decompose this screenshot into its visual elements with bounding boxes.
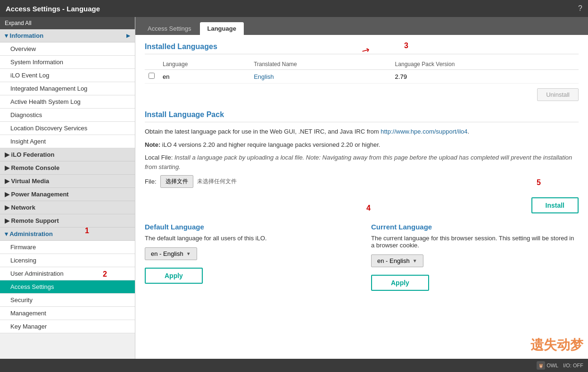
- current-language-desc: The current language for this browser se…: [371, 235, 579, 249]
- sidebar: Expand All ▾ Information ▶ Overview Syst…: [0, 17, 135, 359]
- lang-settings-row: Default Language The default language fo…: [145, 223, 579, 291]
- col-translated-name: Translated Name: [250, 59, 391, 70]
- sidebar-item-management[interactable]: Management: [0, 307, 135, 320]
- install-language-title: Install Language Pack: [145, 110, 579, 122]
- sidebar-section-remote-console-label: ▶ Remote Console: [5, 164, 59, 171]
- sidebar-section-remote-support-label: ▶ Remote Support: [5, 217, 59, 224]
- sidebar-item-firmware[interactable]: Firmware: [0, 241, 135, 254]
- expand-all-label: Expand All: [5, 20, 32, 26]
- sidebar-section-administration[interactable]: ▾ Administration: [0, 228, 135, 241]
- default-language-desc: The default language for all users of th…: [145, 235, 352, 242]
- sidebar-item-insight-agent[interactable]: Insight Agent: [0, 135, 135, 148]
- tab-access-settings[interactable]: Access Settings: [140, 22, 199, 35]
- current-language-title: Current Language: [371, 223, 579, 231]
- sidebar-item-ilo-event-log[interactable]: iLO Event Log: [0, 69, 135, 82]
- row-version: 2.79: [391, 70, 579, 84]
- default-language-title: Default Language: [145, 223, 352, 231]
- status-owl: 🦉 OWL: [534, 361, 558, 370]
- sidebar-section-power-management[interactable]: ▶ Power Management: [0, 188, 135, 201]
- install-button[interactable]: Install: [531, 197, 579, 213]
- current-lang-dropdown-icon: ▼: [413, 258, 417, 263]
- sidebar-section-network-label: ▶ Network: [5, 204, 35, 211]
- sidebar-item-active-health[interactable]: Active Health System Log: [0, 95, 135, 109]
- row-language: en: [159, 70, 250, 84]
- sidebar-section-administration-label: ▾ Administration: [5, 230, 53, 237]
- install-description: Obtain the latest language pack for use …: [145, 127, 579, 136]
- top-bar: Access Settings - Language ?: [0, 0, 588, 17]
- install-btn-row: 5 Install: [145, 197, 579, 213]
- main-layout: Expand All ▾ Information ▶ Overview Syst…: [0, 17, 588, 359]
- sidebar-section-information[interactable]: ▾ Information ▶: [0, 29, 135, 42]
- table-row: en English 2.79: [145, 70, 579, 84]
- col-language: Language: [159, 59, 250, 70]
- uninstall-button[interactable]: Uninstall: [537, 88, 579, 101]
- sidebar-item-security[interactable]: Security: [0, 294, 135, 307]
- owl-icon: 🦉: [537, 361, 545, 370]
- sidebar-section-remote-support[interactable]: ▶ Remote Support: [0, 214, 135, 228]
- choose-file-button[interactable]: 选择文件: [160, 175, 193, 188]
- sidebar-section-ilo-federation-label: ▶ iLO Federation: [5, 151, 54, 158]
- status-io: I/O: OFF: [563, 363, 583, 368]
- watermark: 遗失动梦: [530, 336, 583, 354]
- sidebar-section-power-management-label: ▶ Power Management: [5, 191, 69, 198]
- row-translated-name: English: [250, 70, 391, 84]
- status-bar: 🦉 OWL I/O: OFF: [0, 359, 588, 372]
- sidebar-item-access-settings[interactable]: Access Settings: [0, 280, 135, 294]
- current-language-apply-button[interactable]: Apply: [371, 275, 429, 291]
- col-checkbox: [145, 59, 159, 70]
- local-file-desc: Local File: Install a language pack by u…: [145, 153, 579, 171]
- sidebar-item-location-discovery[interactable]: Location Discovery Services: [0, 122, 135, 135]
- tab-bar: Access Settings Language: [135, 17, 588, 35]
- sidebar-item-diagnostics[interactable]: Diagnostics: [0, 109, 135, 122]
- default-language-col: Default Language The default language fo…: [145, 223, 352, 291]
- no-file-text: 未选择任何文件: [197, 178, 237, 186]
- tab-language[interactable]: Language: [200, 22, 244, 35]
- content-area: Access Settings Language 3 ↗ Installed L…: [135, 17, 588, 359]
- sidebar-item-key-manager[interactable]: Key Manager: [0, 320, 135, 333]
- sidebar-item-licensing[interactable]: Licensing: [0, 254, 135, 267]
- row-checkbox-cell[interactable]: [145, 70, 159, 84]
- sidebar-chevron-information: ▶: [126, 33, 130, 38]
- sidebar-item-user-admin[interactable]: User Administration: [0, 267, 135, 280]
- expand-all-button[interactable]: Expand All: [0, 17, 135, 29]
- sidebar-section-ilo-federation[interactable]: ▶ iLO Federation: [0, 148, 135, 161]
- default-lang-dropdown-icon: ▼: [186, 251, 191, 256]
- sidebar-section-remote-console[interactable]: ▶ Remote Console: [0, 161, 135, 175]
- page-content: 3 ↗ Installed Languages Language Transla…: [135, 35, 588, 359]
- file-row: File: 选择文件 未选择任何文件: [145, 175, 579, 188]
- default-language-apply-button[interactable]: Apply: [145, 268, 203, 284]
- col-version: Language Pack Version: [391, 59, 579, 70]
- help-icon[interactable]: ?: [578, 4, 582, 13]
- current-language-col: Current Language The current language fo…: [371, 223, 579, 291]
- installed-languages-title: Installed Languages: [145, 42, 579, 54]
- hpe-link[interactable]: http://www.hpe.com/support/ilo4: [381, 128, 467, 135]
- sidebar-section-information-label: ▾ Information: [5, 32, 43, 39]
- sidebar-section-network[interactable]: ▶ Network: [0, 201, 135, 214]
- default-language-select[interactable]: en - English ▼: [145, 247, 197, 260]
- sidebar-item-system-info[interactable]: System Information: [0, 56, 135, 69]
- page-title: Access Settings - Language: [6, 5, 100, 13]
- sidebar-item-overview[interactable]: Overview: [0, 42, 135, 56]
- install-language-section: Install Language Pack Obtain the latest …: [145, 110, 579, 188]
- row-checkbox[interactable]: [149, 73, 155, 79]
- language-table: Language Translated Name Language Pack V…: [145, 59, 579, 84]
- installed-languages-section: Installed Languages Language Translated …: [145, 42, 579, 101]
- sidebar-section-virtual-media[interactable]: ▶ Virtual Media: [0, 175, 135, 188]
- install-note: Note: iLO 4 versions 2.20 and higher req…: [145, 140, 579, 150]
- sidebar-item-integrated-mgmt-log[interactable]: Integrated Management Log: [0, 82, 135, 95]
- current-language-select[interactable]: en - English ▼: [371, 254, 423, 267]
- sidebar-section-virtual-media-label: ▶ Virtual Media: [5, 178, 49, 185]
- uninstall-row: Uninstall: [145, 88, 579, 101]
- file-label: File:: [145, 178, 157, 185]
